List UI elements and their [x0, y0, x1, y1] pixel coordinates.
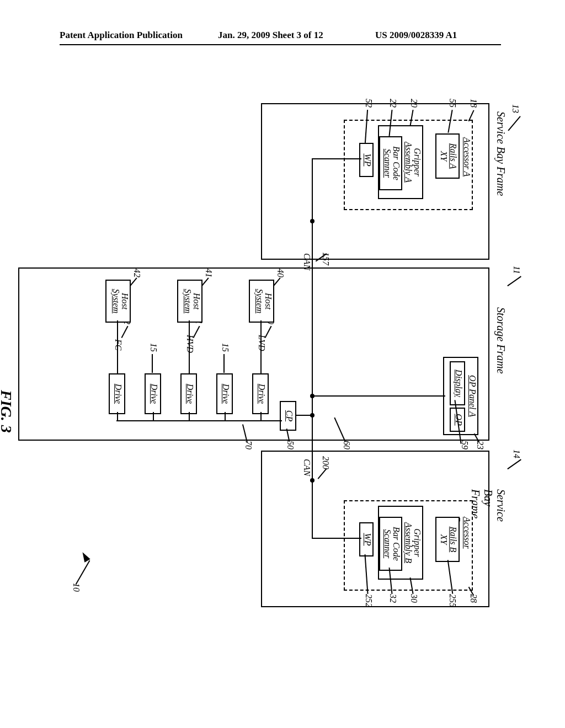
header-left: Patent Application Publication: [60, 30, 183, 41]
ref-11: 11: [511, 266, 521, 274]
wp-a-label: WP: [363, 144, 372, 176]
can-drop-a: [313, 158, 361, 159]
ref-255: 255: [447, 594, 457, 607]
can-node-cp: [310, 413, 315, 417]
can-drop-op: [313, 395, 445, 397]
barcode-a-label: Bar Code: [391, 137, 401, 189]
bus-fc: FC: [113, 339, 123, 350]
bus-lvd-line: [260, 320, 262, 373]
ref-55: 55: [447, 99, 457, 108]
rails-b: Rails B XY: [435, 517, 460, 562]
lead-11: [508, 276, 521, 286]
drive-1-label: Drive: [257, 374, 266, 413]
ref-23: 23: [475, 441, 485, 449]
ref-18: 18: [468, 99, 478, 108]
lead-14: [508, 459, 521, 469]
rails-a-sub: XY: [439, 135, 449, 178]
page: Patent Application Publication Jan. 29, …: [0, 0, 565, 728]
barcode-a-sub: Scanner: [382, 137, 392, 189]
cp-d4: [153, 412, 154, 421]
cp-box: CP: [280, 401, 296, 431]
host-1-a: Host: [263, 281, 273, 322]
ref-52: 52: [364, 99, 374, 108]
display-label: Display: [454, 362, 463, 404]
gripper-barcode-a: Gripper Assembly A Bar Code Scanner: [378, 125, 423, 199]
ref-14: 14: [511, 449, 521, 458]
cp-d1: [260, 412, 262, 421]
ref-32: 32: [388, 594, 398, 603]
rails-b-sub: XY: [439, 518, 449, 561]
host-3-a: Host: [120, 281, 130, 322]
ref-30: 30: [409, 594, 419, 603]
op-panel: OP Panel A Display OP: [443, 357, 478, 435]
drive-4: Drive: [145, 373, 161, 414]
wp-a: WP: [359, 143, 374, 177]
ref-60: 60: [342, 441, 351, 449]
drive-5-label: Drive: [113, 374, 123, 413]
cp-d5: [117, 412, 118, 421]
drive-2: Drive: [216, 373, 233, 414]
host-1-b: System: [254, 281, 264, 322]
barcode-a-box: Bar Code Scanner: [379, 136, 402, 190]
gripper-b-label: Gripper: [412, 507, 422, 579]
can-node-right: [310, 478, 315, 483]
drive-4-label: Drive: [149, 374, 159, 413]
header-mid: Jan. 29, 2009 Sheet 3 of 12: [218, 30, 323, 41]
ref-41: 41: [204, 269, 214, 277]
can-node-op: [310, 394, 315, 398]
drive-2-label: Drive: [221, 374, 231, 413]
drive-3: Drive: [180, 373, 197, 414]
host-2-a: Host: [191, 281, 201, 322]
op-panel-title: OP Panel A: [467, 358, 477, 434]
ref-70: 70: [243, 441, 253, 449]
right-service-bay-title: Service Bay Frame: [469, 489, 507, 522]
drive-5: Drive: [109, 373, 125, 414]
gripper-a-sub: Assembly A: [403, 126, 413, 198]
can-node-left: [310, 219, 315, 223]
ref-252: 252: [364, 594, 374, 607]
host-2: Host System: [177, 280, 202, 323]
header-right: US 2009/0028339 A1: [375, 30, 457, 41]
cp-label: CP: [284, 402, 294, 430]
ref-15a: 15: [220, 343, 230, 352]
wp-b-label: WP: [363, 523, 372, 555]
gripper-barcode-b: Gripper Assembly B Bar Code Scanner: [378, 506, 423, 580]
rails-a: Rails A XY: [435, 133, 460, 179]
ref-13: 13: [510, 104, 520, 113]
lead-15b: [152, 354, 153, 373]
ref-22: 22: [388, 99, 398, 108]
lead-15a: [224, 354, 225, 373]
ref-200: 200: [321, 456, 331, 469]
host-1: Host System: [249, 280, 274, 323]
lead-10-curve: [76, 560, 90, 585]
barcode-b-label: Bar Code: [391, 518, 401, 570]
lead-13: [508, 116, 521, 131]
host-3-b: System: [111, 281, 121, 322]
host-2-b: System: [183, 281, 193, 322]
left-service-bay-title: Service Bay Frame: [494, 111, 507, 196]
ref-40: 40: [275, 269, 285, 277]
ref-50: 50: [285, 441, 295, 449]
header-rule: [60, 44, 501, 45]
rails-b-label: Rails B: [448, 518, 458, 561]
cp-rail: [116, 420, 282, 421]
figure-label: FIG. 3: [0, 390, 15, 433]
cp-d2: [225, 412, 226, 421]
drive-3-label: Drive: [185, 374, 195, 413]
bus-hvd-line: [189, 320, 190, 373]
gripper-b-sub: Assembly B: [403, 507, 413, 579]
ref-20: 20: [409, 99, 419, 108]
can-left-label: CAN: [302, 253, 312, 270]
drive-1: Drive: [252, 373, 269, 414]
can-right-label: CAN: [302, 459, 312, 476]
host-3: Host System: [105, 280, 131, 323]
storage-title: Storage Frame: [494, 307, 507, 374]
accessor-a-title: Accessor A: [462, 137, 472, 176]
can-drop-b: [313, 538, 361, 539]
bus-fc-line: [117, 320, 118, 373]
barcode-b-box: Bar Code Scanner: [379, 517, 402, 571]
display-box: Display: [450, 361, 465, 405]
barcode-b-sub: Scanner: [382, 518, 392, 570]
wp-b: WP: [359, 522, 374, 556]
ref-42: 42: [132, 269, 142, 277]
